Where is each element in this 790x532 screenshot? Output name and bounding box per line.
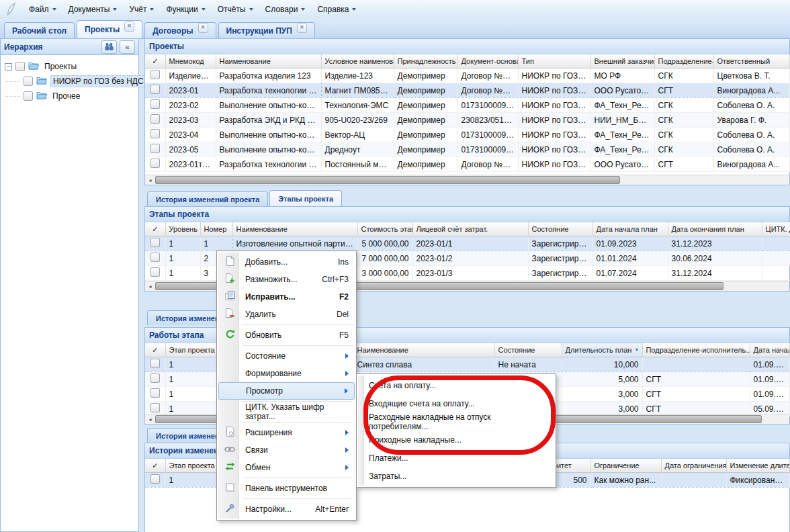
menu-item[interactable]: ОбновитьF5 (218, 326, 355, 344)
tree-item[interactable]: НИОКР по ГОЗ без НДС (2, 74, 137, 89)
column-header[interactable]: Этап проекта (165, 343, 222, 357)
menu-item[interactable]: Добавить...Ins (218, 253, 355, 271)
scroll-left-icon[interactable]: ◂ (145, 177, 155, 183)
scroll-thumb[interactable] (155, 176, 620, 184)
tree-item[interactable]: −Проекты (2, 59, 137, 74)
row-checkbox[interactable] (150, 159, 160, 168)
main-tab[interactable]: Рабочий стол (4, 22, 75, 38)
column-header[interactable]: Ответственный (713, 54, 789, 69)
row-checkbox[interactable] (150, 403, 160, 412)
column-header[interactable]: Условное наименова (321, 54, 394, 69)
row-checkbox[interactable] (150, 99, 160, 109)
column-header[interactable]: Дата окончания план (668, 222, 762, 236)
row-checkbox[interactable] (150, 253, 160, 262)
menu-item[interactable]: Файл (23, 2, 62, 17)
tree-checkbox[interactable] (24, 77, 33, 86)
menu-item[interactable]: Связи (218, 441, 355, 459)
column-header[interactable]: Наименование (353, 343, 494, 357)
row-checkbox[interactable] (150, 388, 160, 398)
menu-item[interactable]: ЦИТК. Указать шифр затрат... (218, 403, 355, 420)
column-header[interactable]: Состояние (494, 343, 562, 357)
menu-item[interactable]: Документы (62, 2, 124, 17)
column-header[interactable]: Изменение длител (726, 459, 789, 473)
select-all-header[interactable]: ✓ (145, 54, 165, 69)
row-checkbox[interactable] (150, 238, 160, 247)
select-all-header[interactable]: ✓ (145, 459, 165, 473)
column-header[interactable]: Длительность план▼ (562, 343, 642, 357)
row-checkbox[interactable] (150, 85, 160, 94)
tree-expander-icon[interactable]: − (5, 63, 12, 71)
menu-item[interactable]: Функции (160, 2, 211, 17)
column-header[interactable]: Дата ограничения (661, 459, 726, 473)
table-row[interactable]: 2023-04Выполнение опытно-конс...Вектор-А… (145, 128, 789, 142)
tree-item[interactable]: Прочее (2, 89, 137, 103)
menu-item[interactable]: Учёт (123, 2, 160, 17)
table-row[interactable]: 2023-03Разработка ЭКД и РКД н...905-U020… (145, 113, 789, 128)
menu-item[interactable]: Настройки...Alt+Enter (218, 500, 355, 518)
column-header[interactable]: Ограничение (590, 459, 661, 473)
column-header[interactable]: Внешний заказчик (590, 54, 654, 69)
section-tab[interactable]: История изменений проекта (147, 191, 268, 206)
menu-item[interactable]: Обмен (218, 459, 355, 476)
search-binoculars-button[interactable] (101, 40, 117, 54)
close-icon[interactable]: ✕ (198, 23, 208, 33)
menu-item[interactable]: УдалитьDel (218, 306, 355, 323)
main-tab[interactable]: Проекты✕ (77, 20, 142, 38)
projects-hscrollbar[interactable]: ◂ (145, 175, 789, 185)
tree-checkbox[interactable] (24, 91, 33, 101)
column-header[interactable]: Лицевой счёт затрат. (412, 222, 528, 236)
menu-item[interactable]: Затраты... (358, 467, 554, 485)
menu-item[interactable]: Расширения (218, 424, 355, 441)
column-header[interactable]: Тип (518, 54, 590, 69)
menu-item[interactable]: Отчёты (212, 2, 259, 17)
table-row[interactable]: 2023-01Разработка технологии и...Магнит … (145, 83, 789, 98)
column-header[interactable]: Наименование (216, 54, 321, 69)
select-all-header[interactable]: ✓ (145, 343, 165, 357)
menu-item[interactable]: Справка (311, 2, 362, 17)
column-header[interactable]: Наименование (232, 222, 357, 236)
tree-checkbox[interactable] (15, 62, 25, 71)
row-checkbox[interactable] (150, 144, 160, 153)
menu-item[interactable]: Размножить...Ctrl+F3 (218, 271, 355, 288)
column-header[interactable]: Стоимость этапа (357, 222, 412, 236)
scroll-left-icon[interactable]: ◂ (145, 283, 155, 290)
column-header[interactable]: Дата начал (750, 343, 789, 357)
column-header[interactable]: Мнемокод (165, 54, 216, 69)
table-row[interactable]: 11Изготовление опытной партии ПМ0...5 00… (145, 236, 790, 251)
menu-item[interactable]: Панель инструментов (218, 480, 355, 497)
column-header[interactable]: Этап проекта (165, 459, 222, 473)
row-checkbox[interactable] (150, 70, 160, 79)
column-header[interactable]: Принадлежность (394, 54, 457, 69)
close-icon[interactable]: ✕ (297, 23, 307, 33)
row-checkbox[interactable] (150, 359, 160, 368)
menu-item[interactable]: Словари (259, 2, 312, 17)
select-all-header[interactable]: ✓ (145, 222, 165, 236)
column-header[interactable]: Подразделение-исполнитель.. (642, 343, 750, 357)
menu-item[interactable]: Просмотр (218, 382, 355, 400)
column-header[interactable]: Уровень (165, 222, 200, 236)
row-checkbox[interactable] (150, 129, 160, 138)
row-checkbox[interactable] (150, 114, 160, 124)
scroll-left-icon[interactable]: ◂ (145, 416, 155, 423)
menu-item[interactable]: Состояние (218, 347, 355, 365)
row-checkbox[interactable] (150, 373, 160, 383)
main-tab[interactable]: Договоры✕ (144, 22, 216, 38)
collapse-panel-button[interactable]: « (120, 40, 135, 54)
column-header[interactable]: Дата начала план (592, 222, 668, 236)
section-tab[interactable]: Этапы проекта (269, 190, 342, 206)
row-checkbox[interactable] (150, 267, 160, 277)
column-header[interactable]: Номер (200, 222, 232, 236)
column-header[interactable]: Подразделение-от (654, 54, 713, 69)
column-header[interactable]: ЦИТК. Д (762, 222, 790, 236)
menu-item[interactable]: Формирование (218, 365, 355, 382)
table-row[interactable]: 2023-01тестРазработка технологии и...Пос… (145, 157, 789, 172)
table-row[interactable]: 2023-02Выполнение опытно-конс...Технолог… (145, 98, 789, 113)
table-row[interactable]: Изделие123Разработка изделия 123Изделие-… (145, 69, 789, 83)
column-header[interactable]: Документ-основан (457, 54, 518, 69)
column-header[interactable]: Состояние (528, 222, 592, 236)
table-row[interactable]: 2023-05Выполнение опытно-конс...Дредноут… (145, 142, 789, 157)
main-tab[interactable]: Инструкции ПУП✕ (218, 22, 315, 38)
row-checkbox[interactable] (150, 474, 160, 484)
menu-item[interactable]: Исправить...F2 (218, 288, 355, 306)
close-icon[interactable]: ✕ (124, 21, 134, 32)
